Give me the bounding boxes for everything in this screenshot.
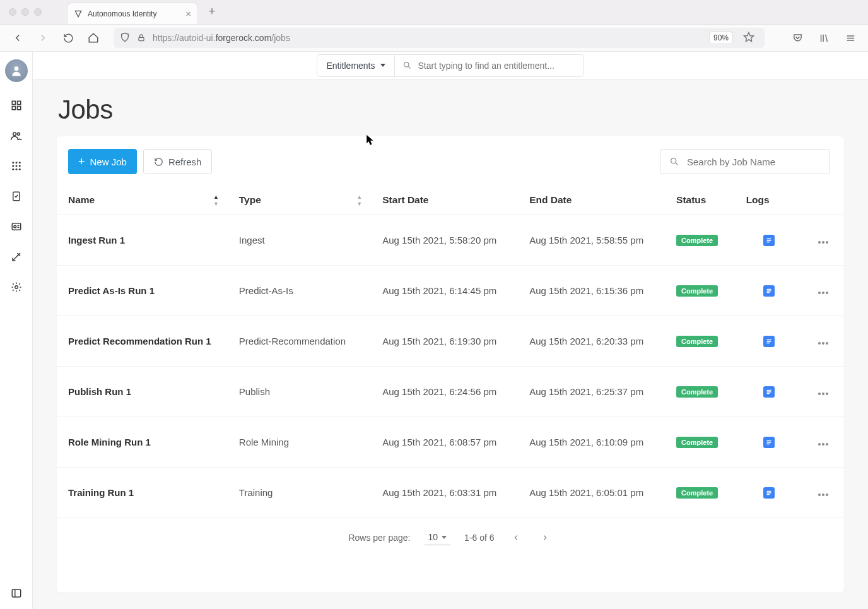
logs-button[interactable] xyxy=(763,336,775,347)
minimize-window-button[interactable] xyxy=(21,8,29,16)
svg-point-8 xyxy=(14,66,18,71)
logs-button[interactable] xyxy=(763,386,775,398)
new-job-label: New Job xyxy=(90,157,127,167)
next-page-button[interactable] xyxy=(537,530,553,545)
jobs-table: Name ▲▼ Type ▲▼ Start Date End Date Stat… xyxy=(57,186,844,518)
svg-point-19 xyxy=(15,165,17,167)
svg-point-18 xyxy=(12,165,14,167)
dashboard-icon[interactable] xyxy=(9,98,23,112)
column-header-end[interactable]: End Date xyxy=(518,186,665,215)
new-tab-button[interactable]: + xyxy=(204,4,220,19)
table-row: Predict As-Is Run 1 Predict-As-Is Aug 15… xyxy=(57,266,844,316)
new-job-button[interactable]: + New Job xyxy=(68,149,137,174)
svg-marker-1 xyxy=(744,32,754,41)
column-header-status: Status xyxy=(665,186,735,215)
svg-point-30 xyxy=(15,286,18,289)
cell-end: Aug 15th 2021, 6:10:09 pm xyxy=(518,417,665,468)
pocket-icon[interactable] xyxy=(787,28,807,48)
refresh-icon xyxy=(154,157,163,167)
app-menu-icon[interactable] xyxy=(840,28,860,48)
column-header-logs: Logs xyxy=(735,186,803,215)
cell-name: Training Run 1 xyxy=(57,468,228,518)
home-button[interactable] xyxy=(83,28,103,48)
svg-rect-31 xyxy=(12,589,21,597)
table-row: Role Mining Run 1 Role Mining Aug 15th 2… xyxy=(57,417,844,468)
settings-icon[interactable] xyxy=(9,280,23,294)
right-browser-toolbar xyxy=(775,28,860,48)
status-badge: Complete xyxy=(676,437,718,448)
cell-type: Publish xyxy=(228,367,371,417)
entitlement-search-input[interactable] xyxy=(418,61,576,71)
forward-button[interactable] xyxy=(33,28,53,48)
library-icon[interactable] xyxy=(814,28,834,48)
logs-button[interactable] xyxy=(763,285,775,297)
shield-icon xyxy=(120,32,130,44)
logs-button[interactable] xyxy=(763,487,775,499)
window-chrome: Autonomous Identity × + xyxy=(0,0,868,25)
card-toolbar: + New Job Refresh xyxy=(57,136,844,186)
user-avatar[interactable] xyxy=(5,59,28,82)
page-title: Jobs xyxy=(33,80,868,136)
status-badge: Complete xyxy=(676,285,718,297)
logs-button[interactable] xyxy=(763,437,775,448)
reload-button[interactable] xyxy=(58,28,78,48)
back-button[interactable] xyxy=(8,28,28,48)
row-actions-button[interactable] xyxy=(818,292,828,294)
chevron-down-icon xyxy=(380,64,385,67)
svg-point-20 xyxy=(18,165,20,167)
search-jobs[interactable] xyxy=(660,149,830,174)
cell-actions xyxy=(803,215,844,266)
cell-actions xyxy=(803,266,844,316)
search-jobs-input[interactable] xyxy=(687,157,821,167)
cell-type: Predict-As-Is xyxy=(228,266,371,316)
row-actions-button[interactable] xyxy=(818,393,828,395)
svg-point-33 xyxy=(404,62,409,68)
rows-per-page-label: Rows per page: xyxy=(348,533,410,543)
refresh-button[interactable]: Refresh xyxy=(143,149,213,174)
collapse-sidebar-icon[interactable] xyxy=(9,586,23,600)
rows-per-page-select[interactable]: 10 xyxy=(425,529,451,545)
svg-rect-0 xyxy=(139,37,144,40)
close-tab-button[interactable]: × xyxy=(185,9,191,18)
svg-line-36 xyxy=(676,163,677,165)
tasks-icon[interactable] xyxy=(9,189,23,203)
column-header-name[interactable]: Name ▲▼ xyxy=(57,186,228,215)
browser-tab[interactable]: Autonomous Identity × xyxy=(67,3,198,24)
certify-icon[interactable] xyxy=(9,220,23,234)
row-actions-button[interactable] xyxy=(818,342,828,345)
column-header-start[interactable]: Start Date xyxy=(371,186,518,215)
status-badge: Complete xyxy=(676,487,718,499)
zoom-indicator[interactable]: 90% xyxy=(709,32,733,44)
browser-toolbar: https://autoid-ui.forgerock.com/jobs 90% xyxy=(0,25,868,52)
cell-name: Predict As-Is Run 1 xyxy=(57,266,228,316)
apps-grid-icon[interactable] xyxy=(9,159,23,173)
cell-logs xyxy=(735,468,803,518)
logs-button[interactable] xyxy=(763,235,775,246)
close-window-button[interactable] xyxy=(9,8,16,16)
prev-page-button[interactable] xyxy=(508,530,524,545)
lock-icon xyxy=(136,33,146,43)
row-actions-button[interactable] xyxy=(818,494,828,496)
users-icon[interactable] xyxy=(9,129,23,143)
row-actions-button[interactable] xyxy=(818,241,828,244)
svg-rect-12 xyxy=(17,107,20,110)
url-bar[interactable]: https://autoid-ui.forgerock.com/jobs 90% xyxy=(114,28,765,48)
sort-icon: ▲▼ xyxy=(356,194,362,207)
maximize-window-button[interactable] xyxy=(34,8,42,16)
row-actions-button[interactable] xyxy=(818,443,828,446)
rules-icon[interactable] xyxy=(9,250,23,264)
cell-name: Role Mining Run 1 xyxy=(57,417,228,468)
cell-status: Complete xyxy=(665,417,735,468)
svg-point-22 xyxy=(15,169,17,170)
cell-status: Complete xyxy=(665,468,735,518)
cell-actions xyxy=(803,367,844,417)
cell-name: Ingest Run 1 xyxy=(57,215,228,266)
entitlements-dropdown[interactable]: Entitlements xyxy=(317,54,394,77)
bookmark-star-icon[interactable] xyxy=(743,32,754,45)
cell-type: Training xyxy=(228,468,371,518)
svg-point-23 xyxy=(18,169,20,170)
column-header-type[interactable]: Type ▲▼ xyxy=(228,186,371,215)
cell-end: Aug 15th 2021, 6:20:33 pm xyxy=(518,316,665,367)
entitlement-search[interactable] xyxy=(395,54,584,77)
status-badge: Complete xyxy=(676,336,718,347)
